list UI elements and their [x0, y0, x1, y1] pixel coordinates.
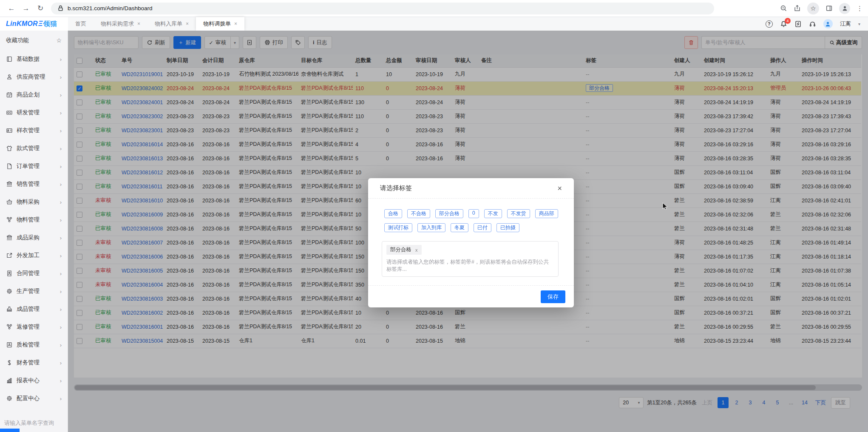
tag-select-dialog: 请选择标签 × 合格不合格部分合格0不发不发货商品部测试打标加入到库冬夏已付已拍… [368, 178, 574, 307]
tag-option-0[interactable]: 0 [468, 209, 479, 218]
tab-物料采购需求[interactable]: 物料采购需求× [94, 17, 148, 31]
share-icon[interactable] [794, 5, 801, 12]
tag-option-不发[interactable]: 不发 [484, 209, 502, 218]
tag-input-hint: 请选择或者输入您的标签，标签前带#，则该标签将会自动保存到公共标签库... [386, 259, 554, 273]
tab-首页[interactable]: 首页 [68, 17, 94, 31]
tag-option-不发货[interactable]: 不发货 [507, 209, 530, 218]
browser-toolbar: ← → ↻ b.scm321.com/Admin/Dashboard ☆ ⋮ [0, 0, 868, 17]
side-panel-icon[interactable] [825, 5, 833, 12]
user-name[interactable]: 江蓠 [840, 20, 851, 28]
user-avatar[interactable] [823, 19, 833, 28]
tag-option-加入到库[interactable]: 加入到库 [417, 223, 445, 232]
tag-option-测试打标[interactable]: 测试打标 [384, 223, 412, 232]
tab-物料调拨单[interactable]: 物料调拨单× [196, 17, 244, 31]
zoom-out-icon[interactable] [780, 5, 787, 12]
tag-option-已付[interactable]: 已付 [474, 223, 491, 232]
sidebar-menu-search-input[interactable]: 请输入菜单名字查询 [4, 419, 54, 427]
app-logo[interactable]: LinKMORΞ领猫 [0, 17, 68, 31]
reload-icon[interactable]: ↻ [34, 4, 47, 13]
notifications-bell-icon[interactable]: 4 [780, 20, 787, 28]
close-tab-icon[interactable]: × [137, 21, 140, 27]
gear-icon [6, 395, 13, 402]
sidebar-item-合同管理[interactable]: 合同管理› [0, 264, 68, 282]
browser-menu-icon[interactable]: ⋮ [857, 5, 863, 12]
cc-icon [6, 109, 13, 116]
tag-option-冬夏[interactable]: 冬夏 [451, 223, 468, 232]
tag-option-商品部[interactable]: 商品部 [535, 209, 558, 218]
sidebar-item-商品企划[interactable]: 商品企划› [0, 86, 68, 104]
sidebar-item-财务管理[interactable]: 财务管理› [0, 354, 68, 372]
tab-物料入库单[interactable]: 物料入库单× [148, 17, 196, 31]
favorite-star-icon[interactable]: ☆ [56, 37, 62, 44]
sidebar-item-label: 报表中心 [17, 377, 40, 384]
chevron-right-icon: › [60, 110, 62, 116]
chevron-right-icon: › [60, 92, 62, 98]
external-icon [6, 252, 13, 259]
tab-label: 物料入库单 [155, 20, 182, 28]
help-icon[interactable]: ? [766, 20, 773, 28]
chevron-right-icon: › [60, 395, 62, 402]
bookmark-star-icon[interactable]: ☆ [807, 3, 819, 14]
forward-icon[interactable]: → [20, 4, 32, 13]
sidebar-item-销售管理[interactable]: 销售管理› [0, 175, 68, 193]
tag-input-area[interactable]: 部分合格 x 请选择或者输入您的标签，标签前带#，则该标签将会自动保存到公共标签… [382, 241, 559, 277]
sidebar-item-label: 财务管理 [17, 359, 40, 367]
sidebar-progress-bar [0, 429, 20, 432]
sidebar-item-label: 物料管理 [17, 216, 40, 224]
sidebar-item-配置中心[interactable]: 配置中心› [0, 389, 68, 407]
bank-icon [6, 234, 13, 241]
sidebar-item-研发管理[interactable]: 研发管理› [0, 104, 68, 122]
sidebar-item-质检管理[interactable]: 质检管理› [0, 336, 68, 354]
bank-icon [6, 181, 13, 188]
tag-option-合格[interactable]: 合格 [384, 209, 402, 218]
tag-option-部分合格[interactable]: 部分合格 [435, 209, 463, 218]
file-icon [6, 163, 13, 170]
tag-option-不合格[interactable]: 不合格 [407, 209, 430, 218]
sidebar-item-生产管理[interactable]: 生产管理› [0, 282, 68, 300]
calendar-icon [6, 91, 13, 98]
address-bar[interactable]: b.scm321.com/Admin/Dashboard [51, 3, 714, 14]
changelog-icon[interactable] [794, 20, 802, 28]
chevron-right-icon: › [60, 378, 62, 384]
tag-option-已拍摄[interactable]: 已拍摄 [496, 223, 519, 232]
selected-tag-chip[interactable]: 部分合格 x [386, 245, 422, 255]
sidebar-item-款式管理[interactable]: 款式管理› [0, 139, 68, 157]
sidebar-item-成品采购[interactable]: 成品采购› [0, 229, 68, 247]
notification-badge: 4 [785, 18, 791, 24]
tab-label: 物料采购需求 [101, 20, 134, 28]
user-menu-caret-icon[interactable]: ▾ [858, 22, 860, 26]
sidebar-item-label: 生产管理 [17, 287, 40, 295]
chevron-right-icon: › [60, 128, 62, 134]
chevron-right-icon: › [60, 235, 62, 241]
sidebar-item-基础数据[interactable]: 基础数据› [0, 50, 68, 68]
sidebar-item-label: 研发管理 [17, 109, 40, 117]
remove-tag-icon[interactable]: x [415, 247, 418, 253]
sidebar-item-订单管理[interactable]: 订单管理› [0, 157, 68, 175]
app-header: LinKMORΞ领猫 首页物料采购需求×物料入库单×物料调拨单× ? 4 江蓠 … [0, 17, 868, 31]
customer-service-icon[interactable] [809, 20, 816, 28]
sidebar-item-label: 成品管理 [17, 305, 40, 313]
dollar-icon [6, 359, 13, 366]
sidebar-item-favorites[interactable]: 收藏功能 ☆ [0, 31, 68, 50]
sidebar-item-物料采购[interactable]: 物料采购› [0, 193, 68, 211]
sidebar-item-返修管理[interactable]: 返修管理› [0, 318, 68, 336]
sidebar-item-label: 销售管理 [17, 180, 40, 188]
sidebar-item-供应商管理[interactable]: 供应商管理› [0, 68, 68, 86]
close-tab-icon[interactable]: × [234, 21, 237, 27]
close-icon[interactable]: × [557, 185, 562, 192]
back-icon[interactable]: ← [5, 4, 18, 13]
chart-icon [6, 377, 13, 384]
sidebar-item-外发加工[interactable]: 外发加工› [0, 247, 68, 264]
browser-profile-icon[interactable] [839, 3, 850, 14]
sidebar-item-成品管理[interactable]: 成品管理› [0, 300, 68, 318]
sidebar-item-label: 商品企划 [17, 91, 40, 99]
chevron-right-icon: › [60, 288, 62, 295]
close-tab-icon[interactable]: × [186, 21, 189, 27]
sidebar-item-报表中心[interactable]: 报表中心› [0, 372, 68, 389]
contract-icon [6, 270, 13, 277]
sidebar-item-物料管理[interactable]: 物料管理› [0, 211, 68, 229]
sidebar-item-样衣管理[interactable]: 样衣管理› [0, 122, 68, 139]
sidebar-item-label: 成品采购 [17, 234, 40, 242]
stamp-icon [6, 306, 13, 313]
save-button[interactable]: 保存 [541, 290, 565, 303]
